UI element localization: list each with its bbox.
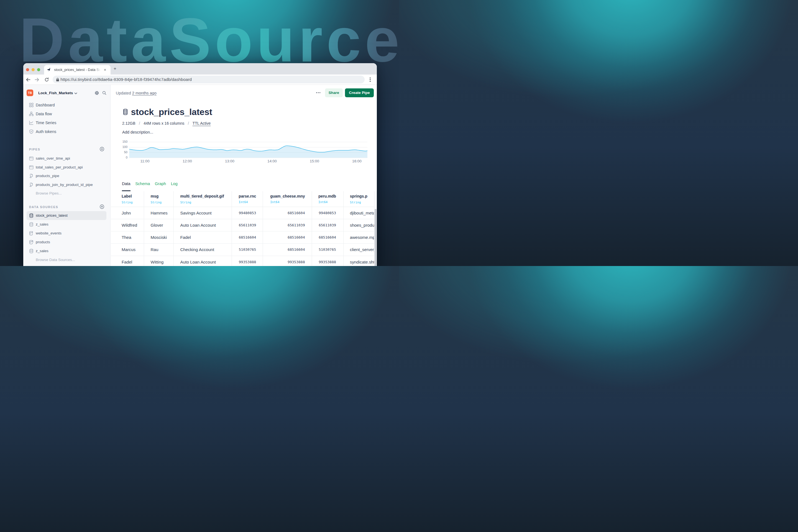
- sidebar-item-dashboard[interactable]: Dashboard: [23, 100, 111, 110]
- updated-time-link[interactable]: 2 months ago: [132, 91, 156, 95]
- table-scrollbar-track[interactable]: [374, 191, 377, 266]
- table-cell: Witting: [151, 256, 164, 266]
- x-axis-tick: 16:00: [348, 159, 365, 163]
- table-cell: 99480853: [239, 207, 256, 219]
- sidebar-item-data-flow[interactable]: Data flow: [23, 110, 111, 118]
- table-cell: 51030765: [239, 244, 256, 256]
- database-user-icon: [29, 240, 34, 244]
- table-row[interactable]: John Hammes Savings Account 99480853 685…: [111, 207, 374, 219]
- tab-log[interactable]: Log: [171, 182, 177, 186]
- url-bar[interactable]: https://ui.tinybird.co/8dae6a-8309-84je-…: [53, 76, 365, 83]
- column-type: String: [180, 201, 191, 204]
- column-header[interactable]: multi_tiered_deposit.gif: [180, 194, 224, 198]
- column-header[interactable]: msg: [151, 194, 159, 198]
- page-title: stock_prices_latest: [131, 107, 212, 117]
- sidebar-item-pipe[interactable]: sales_over_time_api: [23, 154, 111, 163]
- table-row[interactable]: Thea Mosciski Fadel 68516604 68516604 68…: [111, 231, 374, 244]
- browser-menu-icon[interactable]: [369, 78, 371, 82]
- table-scrollbar-thumb[interactable]: [375, 209, 377, 266]
- pipe-icon: [29, 183, 34, 187]
- back-icon[interactable]: [26, 77, 31, 82]
- tab-graph[interactable]: Graph: [155, 182, 166, 186]
- column-type: String: [350, 201, 361, 204]
- create-pipe-button[interactable]: Create Pipe: [345, 89, 374, 97]
- table-row[interactable]: Fadel Witting Auto Loan Account 99353888…: [111, 256, 374, 266]
- view-tabs: Data Schema Graph Log: [122, 182, 177, 186]
- sidebar-item-time-series[interactable]: Time Series: [23, 118, 111, 127]
- time-series-icon: [29, 120, 34, 125]
- search-icon[interactable]: [102, 91, 107, 95]
- tab-data[interactable]: Data: [122, 182, 131, 186]
- column-header[interactable]: guam_cheese.mny: [270, 194, 305, 198]
- workspace-name[interactable]: Lock_Fish_Markets: [38, 91, 73, 95]
- table-cell: Rau: [151, 244, 158, 256]
- sidebar-item-pipe[interactable]: products_pipe: [23, 172, 111, 180]
- column-header-group[interactable]: guam_cheese.mny Int64: [270, 194, 305, 204]
- column-type: Int64: [270, 200, 305, 204]
- table-cell: 68516604: [288, 231, 305, 244]
- column-header-group[interactable]: peru.mdb Int64: [318, 194, 336, 204]
- new-tab-button[interactable]: +: [113, 66, 117, 71]
- table-cell: 51030765: [319, 244, 336, 256]
- browse-pipes-link[interactable]: Browse Pipes...: [36, 191, 62, 195]
- table-cell: client_server_f: [350, 244, 374, 256]
- description-placeholder[interactable]: Add description...: [122, 130, 153, 134]
- y-axis-tick: 150: [116, 140, 128, 143]
- y-axis-tick: 50: [116, 150, 128, 154]
- table-cell: syndicate.shtml: [350, 256, 374, 266]
- sidebar-item-datasource[interactable]: website_events: [23, 229, 111, 238]
- column-header[interactable]: springs.p: [350, 194, 367, 198]
- table-row[interactable]: Marcus Rau Checking Account 51030765 685…: [111, 244, 374, 256]
- forward-icon[interactable]: [35, 77, 39, 82]
- table-cell: 65611039: [239, 219, 256, 231]
- sidebar-item-pipe[interactable]: products_join_by_product_id_pipe: [23, 180, 111, 189]
- add-data-source-icon[interactable]: [100, 205, 104, 209]
- table-cell: Auto Loan Account: [180, 256, 216, 266]
- sidebar-item-datasource[interactable]: z_sales: [23, 247, 111, 255]
- traffic-light-close[interactable]: [26, 68, 29, 71]
- browse-data-sources-link[interactable]: Browse Data Sources...: [36, 258, 75, 262]
- sidebar-item-label: stock_prices_latest: [36, 213, 68, 217]
- more-options-icon[interactable]: [316, 92, 321, 93]
- lock-icon: [56, 78, 59, 81]
- area-chart: [129, 140, 367, 158]
- sidebar-item-datasource[interactable]: products: [23, 238, 111, 247]
- workspace-logo[interactable]: TB: [26, 90, 33, 96]
- sidebar-item-auth-tokens[interactable]: Auth tokens: [23, 127, 111, 136]
- sidebar-item-pipe[interactable]: total_sales_per_product_api: [23, 163, 111, 172]
- data-sources-section-header: DATA SOURCES: [29, 205, 58, 209]
- tab-schema[interactable]: Schema: [135, 182, 150, 186]
- add-pipe-icon[interactable]: [100, 147, 104, 151]
- tab-close-icon[interactable]: ×: [103, 68, 107, 72]
- table-cell: Mosciski: [151, 231, 167, 244]
- x-axis-tick: 14:00: [264, 159, 280, 163]
- browser-window: stock_prices_latest - Data Sources · Tin…: [23, 63, 377, 266]
- sidebar-item-label: products_pipe: [36, 174, 59, 178]
- updated-label: Updated: [116, 91, 131, 95]
- sidebar-item-datasource[interactable]: z_sales: [23, 220, 111, 229]
- table-cell: 68516604: [288, 244, 305, 256]
- traffic-light-zoom[interactable]: [37, 68, 40, 71]
- sidebar-item-label: Time Series: [36, 120, 56, 125]
- reload-icon[interactable]: [44, 77, 49, 82]
- sidebar: TB Lock_Fish_Markets Dashboard: [23, 85, 111, 266]
- column-header[interactable]: parse.rnc: [239, 194, 256, 198]
- table-row[interactable]: Wildfred Glover Auto Loan Account 656110…: [111, 219, 374, 231]
- share-button[interactable]: Share: [325, 89, 343, 97]
- table-cell: awesome.mp4: [350, 231, 374, 244]
- pipe-icon: [29, 174, 34, 178]
- column-header-group[interactable]: parse.rnc Int64: [239, 194, 256, 204]
- traffic-light-minimize[interactable]: [32, 68, 35, 71]
- column-header[interactable]: Label: [122, 194, 132, 198]
- data-table: Label String msg String multi_tiered_dep…: [111, 191, 374, 266]
- settings-gear-icon[interactable]: [95, 91, 99, 95]
- table-cell: 68516604: [288, 207, 305, 219]
- ttl-active-link[interactable]: TTL Active: [193, 121, 211, 126]
- shield-check-icon: [29, 129, 34, 134]
- sidebar-item-datasource-selected[interactable]: stock_prices_latest: [26, 211, 107, 220]
- y-axis-tick: 100: [116, 145, 128, 149]
- browser-tab[interactable]: stock_prices_latest - Data Sources · Tin…: [44, 65, 111, 75]
- tinybird-app: TB Lock_Fish_Markets Dashboard: [23, 85, 377, 266]
- column-header[interactable]: peru.mdb: [318, 194, 336, 198]
- chevron-down-icon[interactable]: [74, 92, 77, 94]
